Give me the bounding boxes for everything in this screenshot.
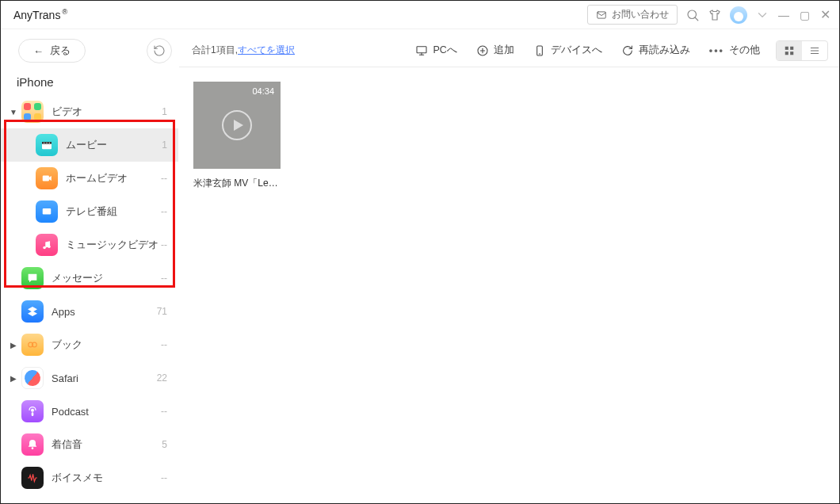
svg-point-12 xyxy=(48,246,51,249)
minimize-button[interactable]: — xyxy=(777,9,790,21)
svg-rect-8 xyxy=(43,176,49,181)
reload-button[interactable]: 再読み込み xyxy=(612,38,700,63)
item-summary: 合計1項目,すべてを選択 xyxy=(192,44,295,57)
voice-icon xyxy=(21,467,44,489)
titlebar: AnyTrans® お問い合わせ — ▢ ✕ xyxy=(1,1,839,29)
video-icon xyxy=(21,101,44,123)
sidebar-item-count: 22 xyxy=(157,372,167,384)
sidebar-item-video[interactable]: ▼ビデオ1 xyxy=(1,95,178,128)
arrow-left-icon: ← xyxy=(33,45,44,57)
sidebar-item-label: ビデオ xyxy=(52,105,162,119)
sidebar-item-count: -- xyxy=(161,239,167,250)
reload-icon xyxy=(621,44,634,57)
sidebar-item-label: 着信音 xyxy=(52,437,162,452)
sidebar-item-apps[interactable]: ▶Apps71 xyxy=(1,295,178,328)
svg-rect-29 xyxy=(790,52,793,55)
grid-view-button[interactable] xyxy=(777,41,802,60)
podcast-icon xyxy=(21,400,44,422)
sidebar: ← 戻る iPhone ▼ビデオ1▶ムービー1▶ホームビデオ--▶テレビ番組--… xyxy=(1,29,178,503)
sidebar-item-count: -- xyxy=(161,273,167,284)
sidebar-item-count: -- xyxy=(161,206,167,217)
svg-line-2 xyxy=(695,17,698,21)
monitor-icon xyxy=(415,44,428,57)
safari-icon xyxy=(21,367,44,389)
svg-rect-28 xyxy=(785,52,788,55)
close-button[interactable]: ✕ xyxy=(819,7,831,22)
user-avatar[interactable] xyxy=(730,6,747,24)
sidebar-item-mv[interactable]: ▶ミュージックビデオ-- xyxy=(1,228,178,262)
sidebar-item-tv[interactable]: ▶テレビ番組-- xyxy=(1,195,178,228)
phone-icon xyxy=(533,44,546,57)
mv-icon xyxy=(36,234,58,256)
sidebar-item-safari[interactable]: ▶Safari22 xyxy=(1,361,178,395)
svg-point-6 xyxy=(46,143,47,143)
sidebar-item-count: -- xyxy=(161,173,167,184)
refresh-icon xyxy=(153,44,166,57)
sidebar-item-count: -- xyxy=(161,339,167,350)
play-icon xyxy=(222,110,252,140)
sidebar-item-label: Apps xyxy=(52,306,157,318)
dots-icon: ••• xyxy=(709,45,724,56)
home-icon xyxy=(36,167,58,189)
contact-label: お問い合わせ xyxy=(612,8,669,21)
content-area: 合計1項目,すべてを選択 PCへ 追加 デバイスへ 再読み込み xyxy=(178,29,839,503)
sidebar-item-label: ボイスメモ xyxy=(52,471,161,485)
list-view-button[interactable] xyxy=(802,41,827,60)
sidebar-item-podcast[interactable]: ▶Podcast-- xyxy=(1,395,178,428)
sidebar-item-voice[interactable]: ▶ボイスメモ-- xyxy=(1,461,178,494)
other-button[interactable]: ••• その他 xyxy=(700,38,769,63)
sidebar-item-label: ホームビデオ xyxy=(66,171,161,185)
book-icon xyxy=(21,334,44,356)
sidebar-item-label: テレビ番組 xyxy=(66,204,161,219)
sidebar-item-label: Safari xyxy=(52,372,157,384)
svg-point-7 xyxy=(49,143,50,143)
to-device-button[interactable]: デバイスへ xyxy=(524,38,612,63)
back-label: 戻る xyxy=(50,44,71,58)
view-toggle xyxy=(776,40,828,61)
sidebar-item-count: -- xyxy=(161,406,167,417)
sidebar-item-label: ムービー xyxy=(66,138,162,152)
video-thumbnail[interactable]: 04:34米津玄師 MV「Lem... xyxy=(193,82,282,190)
sidebar-item-label: ブック xyxy=(52,338,161,352)
grid-icon xyxy=(784,45,795,56)
svg-rect-27 xyxy=(790,46,793,49)
chevron-down-icon[interactable] xyxy=(755,8,769,22)
sidebar-item-msg[interactable]: ▶メッセージ-- xyxy=(1,262,178,295)
sidebar-item-home[interactable]: ▶ホームビデオ-- xyxy=(1,162,178,195)
chevron-icon: ▶ xyxy=(9,374,18,383)
svg-point-15 xyxy=(31,409,34,412)
sidebar-item-count: 5 xyxy=(162,439,167,450)
ring-icon xyxy=(21,433,44,456)
sidebar-refresh-button[interactable] xyxy=(147,38,172,63)
svg-rect-16 xyxy=(32,412,34,416)
chevron-icon: ▶ xyxy=(9,341,18,349)
plus-circle-icon xyxy=(476,44,489,57)
app-title: AnyTrans® xyxy=(13,8,67,21)
msg-icon xyxy=(21,267,44,289)
add-button[interactable]: 追加 xyxy=(467,38,524,63)
select-all-link[interactable]: すべてを選択 xyxy=(238,44,295,55)
maximize-button[interactable]: ▢ xyxy=(798,9,811,21)
movie-icon xyxy=(36,134,58,156)
sidebar-item-label: メッセージ xyxy=(52,271,161,285)
svg-point-17 xyxy=(32,447,34,449)
back-button[interactable]: ← 戻る xyxy=(18,39,86,63)
thumbnail-image: 04:34 xyxy=(193,82,281,169)
sidebar-item-ring[interactable]: ▶着信音5 xyxy=(1,428,178,461)
svg-rect-26 xyxy=(785,46,788,49)
chevron-icon: ▼ xyxy=(9,108,18,116)
sidebar-item-movie[interactable]: ▶ムービー1 xyxy=(1,128,178,162)
to-pc-button[interactable]: PCへ xyxy=(406,38,466,63)
shirt-icon[interactable] xyxy=(708,8,722,22)
sidebar-item-count: 1 xyxy=(162,106,167,117)
apps-icon xyxy=(21,300,44,323)
search-icon[interactable] xyxy=(685,8,700,22)
device-name: iPhone xyxy=(1,67,178,95)
sidebar-item-label: Podcast xyxy=(52,406,161,418)
sidebar-list: ▼ビデオ1▶ムービー1▶ホームビデオ--▶テレビ番組--▶ミュージックビデオ--… xyxy=(1,95,178,503)
sidebar-item-book[interactable]: ▶ブック-- xyxy=(1,328,178,361)
sidebar-item-label: ミュージックビデオ xyxy=(66,238,161,252)
contact-button[interactable]: お問い合わせ xyxy=(587,5,678,25)
mail-icon xyxy=(596,10,607,21)
svg-point-11 xyxy=(43,246,46,250)
